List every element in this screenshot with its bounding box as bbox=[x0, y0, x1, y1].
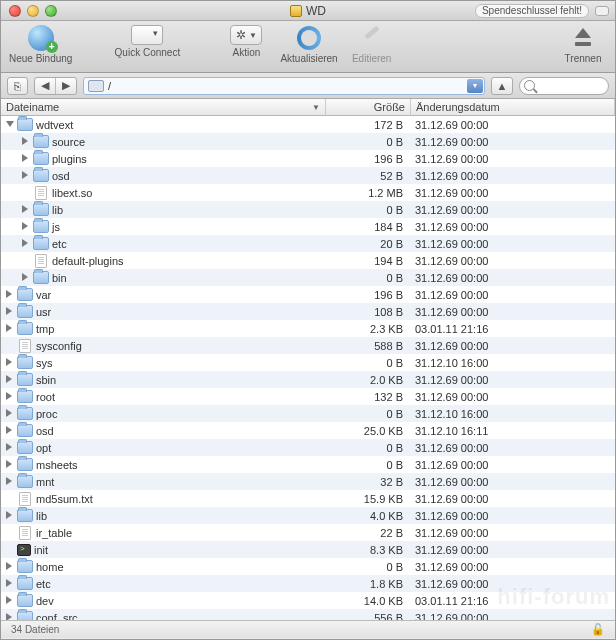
table-row[interactable]: sysconfig588 B31.12.69 00:00 bbox=[1, 337, 615, 354]
table-row[interactable]: dev14.0 KB03.01.11 21:16 bbox=[1, 592, 615, 609]
table-row[interactable]: lib4.0 KB31.12.69 00:00 bbox=[1, 507, 615, 524]
action-menu-button[interactable]: ✲▼ Aktion bbox=[222, 24, 270, 58]
quick-connect-combo[interactable] bbox=[131, 25, 163, 45]
disclosure-triangle-icon[interactable] bbox=[5, 392, 14, 401]
disclosure-triangle-icon[interactable] bbox=[5, 409, 14, 418]
disclosure-triangle-icon[interactable] bbox=[5, 426, 14, 435]
disclosure-triangle-icon[interactable] bbox=[21, 171, 30, 180]
column-header-date[interactable]: Änderungsdatum bbox=[411, 99, 615, 115]
location-bar: ⎘ ◀ ▶ / ▾ ▲ bbox=[1, 73, 615, 99]
table-row[interactable]: source0 B31.12.69 00:00 bbox=[1, 133, 615, 150]
folder-icon bbox=[17, 560, 33, 573]
refresh-button[interactable]: Aktualisieren bbox=[280, 24, 337, 64]
file-icon bbox=[35, 186, 47, 200]
zoom-window-button[interactable] bbox=[45, 5, 57, 17]
folder-icon bbox=[17, 594, 33, 607]
table-row[interactable]: bin0 B31.12.69 00:00 bbox=[1, 269, 615, 286]
table-row[interactable]: wdtvext172 B31.12.69 00:00 bbox=[1, 116, 615, 133]
disclosure-triangle-icon[interactable] bbox=[5, 443, 14, 452]
file-size: 588 B bbox=[326, 340, 411, 352]
disclosure-triangle-icon[interactable] bbox=[5, 358, 14, 367]
file-list[interactable]: wdtvext172 B31.12.69 00:00source0 B31.12… bbox=[1, 116, 615, 620]
disconnect-button[interactable]: Trennen bbox=[559, 24, 607, 64]
disclosure-triangle-icon[interactable] bbox=[5, 290, 14, 299]
table-row[interactable]: init8.3 KB31.12.69 00:00 bbox=[1, 541, 615, 558]
table-row[interactable]: usr108 B31.12.69 00:00 bbox=[1, 303, 615, 320]
lock-icon[interactable]: 🔓 bbox=[591, 623, 605, 636]
drive-icon bbox=[88, 80, 104, 92]
table-row[interactable]: var196 B31.12.69 00:00 bbox=[1, 286, 615, 303]
disclosure-triangle-icon[interactable] bbox=[5, 596, 14, 605]
column-header-name[interactable]: Dateiname ▼ bbox=[1, 99, 326, 115]
disclosure-triangle-icon[interactable] bbox=[5, 375, 14, 384]
table-row[interactable]: libext.so1.2 MB31.12.69 00:00 bbox=[1, 184, 615, 201]
disclosure-triangle-icon[interactable] bbox=[5, 511, 14, 520]
new-connection-button[interactable]: + Neue Bindung bbox=[9, 24, 72, 64]
table-row[interactable]: sys0 B31.12.10 16:00 bbox=[1, 354, 615, 371]
file-name: root bbox=[36, 391, 55, 403]
file-size: 52 B bbox=[326, 170, 411, 182]
disclosure-triangle-icon[interactable] bbox=[21, 205, 30, 214]
file-date: 31.12.69 00:00 bbox=[411, 221, 615, 233]
file-date: 31.12.69 00:00 bbox=[411, 561, 615, 573]
go-up-button[interactable]: ▲ bbox=[491, 77, 513, 95]
table-row[interactable]: default-plugins194 B31.12.69 00:00 bbox=[1, 252, 615, 269]
disclosure-triangle-icon[interactable] bbox=[5, 477, 14, 486]
table-row[interactable]: sbin2.0 KB31.12.69 00:00 bbox=[1, 371, 615, 388]
disclosure-triangle-icon[interactable] bbox=[5, 120, 14, 129]
file-name: sys bbox=[36, 357, 53, 369]
bookmarks-button[interactable]: ⎘ bbox=[7, 77, 28, 95]
edit-button[interactable]: Editieren bbox=[348, 24, 396, 64]
table-row[interactable]: root132 B31.12.69 00:00 bbox=[1, 388, 615, 405]
column-header-size[interactable]: Größe bbox=[326, 99, 411, 115]
nav-forward-button[interactable]: ▶ bbox=[56, 79, 76, 92]
path-field[interactable]: / ▾ bbox=[83, 77, 485, 95]
file-size: 2.0 KB bbox=[326, 374, 411, 386]
table-row[interactable]: msheets0 B31.12.69 00:00 bbox=[1, 456, 615, 473]
file-name: sbin bbox=[36, 374, 56, 386]
disclosure-triangle-icon[interactable] bbox=[5, 562, 14, 571]
table-row[interactable]: etc20 B31.12.69 00:00 bbox=[1, 235, 615, 252]
table-row[interactable]: tmp2.3 KB03.01.11 21:16 bbox=[1, 320, 615, 337]
disclosure-triangle-icon[interactable] bbox=[5, 579, 14, 588]
license-warning-pill[interactable]: Spendeschlussel fehlt! bbox=[475, 4, 589, 18]
disclosure-triangle-icon[interactable] bbox=[5, 324, 14, 333]
table-row[interactable]: plugins196 B31.12.69 00:00 bbox=[1, 150, 615, 167]
table-row[interactable]: opt0 B31.12.69 00:00 bbox=[1, 439, 615, 456]
disclosure-triangle-icon[interactable] bbox=[21, 273, 30, 282]
nav-back-button[interactable]: ◀ bbox=[35, 79, 55, 92]
table-row[interactable]: js184 B31.12.69 00:00 bbox=[1, 218, 615, 235]
file-size: 108 B bbox=[326, 306, 411, 318]
disclosure-triangle-icon[interactable] bbox=[5, 613, 14, 620]
disclosure-triangle-icon[interactable] bbox=[21, 154, 30, 163]
table-row[interactable]: md5sum.txt15.9 KB31.12.69 00:00 bbox=[1, 490, 615, 507]
table-row[interactable]: ir_table22 B31.12.69 00:00 bbox=[1, 524, 615, 541]
folder-icon bbox=[33, 220, 49, 233]
table-row[interactable]: conf_src556 B31.12.69 00:00 bbox=[1, 609, 615, 620]
toolbar-label: Editieren bbox=[352, 53, 391, 64]
folder-icon bbox=[17, 305, 33, 318]
path-dropdown-button[interactable]: ▾ bbox=[467, 79, 483, 93]
search-field[interactable] bbox=[519, 77, 609, 95]
main-toolbar: + Neue Bindung Quick Connect ✲▼ Aktion A… bbox=[1, 21, 615, 73]
disclosure-triangle-icon[interactable] bbox=[5, 460, 14, 469]
quick-connect-dropdown[interactable]: Quick Connect bbox=[82, 24, 212, 58]
file-name: mnt bbox=[36, 476, 54, 488]
disclosure-triangle-icon[interactable] bbox=[21, 239, 30, 248]
table-row[interactable]: etc1.8 KB31.12.69 00:00 bbox=[1, 575, 615, 592]
table-row[interactable]: lib0 B31.12.69 00:00 bbox=[1, 201, 615, 218]
file-date: 31.12.69 00:00 bbox=[411, 374, 615, 386]
table-row[interactable]: home0 B31.12.69 00:00 bbox=[1, 558, 615, 575]
table-row[interactable]: osd25.0 KB31.12.10 16:11 bbox=[1, 422, 615, 439]
table-row[interactable]: osd52 B31.12.69 00:00 bbox=[1, 167, 615, 184]
file-size: 22 B bbox=[326, 527, 411, 539]
minimize-window-button[interactable] bbox=[27, 5, 39, 17]
file-size: 1.2 MB bbox=[326, 187, 411, 199]
table-row[interactable]: mnt32 B31.12.69 00:00 bbox=[1, 473, 615, 490]
disclosure-triangle-icon[interactable] bbox=[21, 137, 30, 146]
close-window-button[interactable] bbox=[9, 5, 21, 17]
disclosure-triangle-icon[interactable] bbox=[21, 222, 30, 231]
toolbar-toggle-button[interactable] bbox=[595, 6, 609, 16]
disclosure-triangle-icon[interactable] bbox=[5, 307, 14, 316]
table-row[interactable]: proc0 B31.12.10 16:00 bbox=[1, 405, 615, 422]
